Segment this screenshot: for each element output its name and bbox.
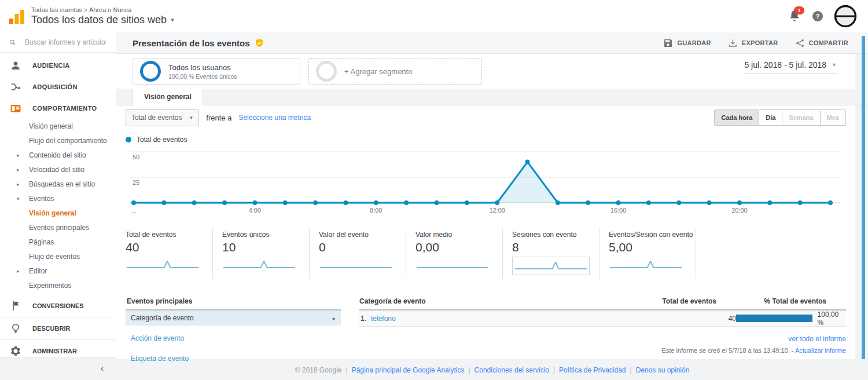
footer-link-privacy[interactable]: Política de Privacidad <box>559 366 626 374</box>
sidebar-item-vision-general[interactable]: Visión general <box>0 119 116 133</box>
line-chart-svg: 2550...4:008:0012:0016:0020:00 <box>126 145 843 220</box>
sidebar-item-label: DESCUBRIR <box>32 325 70 332</box>
list-item-etiqueta[interactable]: Etiqueta de evento <box>126 351 341 366</box>
sidebar-item-flujo-eventos[interactable]: Flujo de eventos <box>0 249 116 264</box>
refresh-report-link[interactable]: Actualizar informe <box>795 347 846 354</box>
breadcrumb-account[interactable]: Todas las cuentas <box>31 6 82 13</box>
sidebar-subitem-label: Flujo de eventos <box>29 253 80 261</box>
lightbulb-icon <box>10 323 21 334</box>
scorecard-label: Sesiones con evento <box>512 231 599 239</box>
scorecard-sesiones-con-evento[interactable]: Sesiones con evento 8 <box>512 228 599 279</box>
scorecard-total-eventos[interactable]: Total de eventos 40 <box>126 228 213 279</box>
sidebar-item-busquedas-sitio[interactable]: ▸Búsquedas en el sitio <box>0 177 116 191</box>
list-item-label: Acción de evento <box>131 334 184 342</box>
notifications-button[interactable]: 1 <box>788 9 802 23</box>
sidebar-item-audiencia[interactable]: AUDIENCIA <box>0 54 116 76</box>
sidebar-item-paginas[interactable]: Páginas <box>0 235 116 249</box>
legend-label: Total de eventos <box>137 136 187 144</box>
footer-link-home[interactable]: Página principal de Google Analytics <box>352 366 465 374</box>
search-input[interactable] <box>24 38 107 47</box>
sidebar-item-conversiones[interactable]: CONVERSIONES <box>0 295 116 317</box>
granularity-hour-button[interactable]: Cada hora <box>714 109 759 126</box>
svg-text:...: ... <box>131 207 136 214</box>
breadcrumb-property[interactable]: Ahora o Nunca <box>89 6 131 13</box>
sidebar-item-eventos-principales[interactable]: Eventos principales <box>0 220 116 235</box>
sidebar-item-administrar[interactable]: ADMINISTRAR <box>0 340 116 357</box>
sidebar-item-descubrir[interactable]: DESCUBRIR <box>0 317 116 340</box>
date-range-selector[interactable]: 5 jul. 2018 - 5 jul. 2018 ▼ <box>744 60 837 74</box>
sidebar-item-eventos-vision-general[interactable]: Visión general <box>0 206 116 220</box>
event-category-link[interactable]: telefono <box>371 315 396 323</box>
tab-label: Visión general <box>144 93 192 101</box>
segment-all-users[interactable]: Todos los usuarios 100,00 % Eventos únic… <box>133 58 300 85</box>
add-segment-button[interactable]: + Agregar segmento <box>308 58 482 85</box>
scorecard-eventos-unicos[interactable]: Eventos únicos 10 <box>222 228 310 279</box>
scorecard-value: 40 <box>126 240 212 254</box>
sidebar-collapse-button[interactable]: ‹ <box>0 357 116 380</box>
expand-icon: ▸ <box>17 152 20 158</box>
sidebar-item-experimentos[interactable]: Experimentos <box>0 278 116 293</box>
property-selector[interactable]: Todos los datos de sitios web ▾ <box>31 14 174 26</box>
line-chart[interactable]: 2550...4:008:0012:0016:0020:00 <box>126 145 846 222</box>
row-total: 40 <box>672 315 736 323</box>
metric-dropdown[interactable]: Total de eventos ▼ <box>126 109 199 126</box>
scorecard-label: Eventos/Sesión con evento <box>609 231 696 239</box>
list-item-categoria[interactable]: Categoría de evento ▸ <box>126 310 341 326</box>
table-row: 1. telefono 40 100,00 % <box>359 310 846 327</box>
scorecard-value: 5,00 <box>609 240 696 254</box>
scorecard-valor-medio[interactable]: Valor medio 0,00 <box>415 228 503 279</box>
report-title-wrap: Presentación de los eventos <box>133 38 264 48</box>
report-created-note: Este informe se creó el 5/7/18 a las 13:… <box>661 347 846 354</box>
avatar[interactable] <box>833 4 858 28</box>
top-events-list: Eventos principales Categoría de evento … <box>126 297 341 366</box>
sidebar-item-comportamiento[interactable]: COMPORTAMIENTO <box>0 97 116 119</box>
scorecard-label: Valor medio <box>415 231 502 239</box>
view-full-report-link[interactable]: ver todo el informe <box>789 335 846 343</box>
sidebar-item-velocidad-sitio[interactable]: ▸Velocidad del sitio <box>0 162 116 177</box>
save-label: GUARDAR <box>677 39 711 46</box>
sidebar-item-label: ADMINISTRAR <box>32 348 77 355</box>
svg-text:8:00: 8:00 <box>370 207 382 214</box>
property-title: Todos los datos de sitios web <box>31 14 167 26</box>
list-item-accion[interactable]: Acción de evento <box>126 331 341 346</box>
report-actions: GUARDAR EXPORTAR COMPARTIR <box>664 39 848 48</box>
scorecard-valor-evento[interactable]: Valor del evento 0 <box>319 228 406 279</box>
scorecard-eventos-sesion[interactable]: Eventos/Sesión con evento 5,00 <box>609 228 696 279</box>
sidebar-item-flujo-comportamiento[interactable]: Flujo del comportamiento <box>0 133 116 148</box>
col-total-header: Total de eventos <box>653 297 716 305</box>
google-analytics-app: Todas las cuentas>Ahora o Nunca Todos lo… <box>0 0 868 380</box>
sidebar-subitem-label: Velocidad del sitio <box>29 166 84 174</box>
help-button[interactable]: ? <box>812 11 823 21</box>
select-metric-link[interactable]: Seleccione una métrica <box>238 114 311 122</box>
table-header: Categoría de evento Total de eventos % T… <box>359 297 846 310</box>
google-analytics-logo-icon <box>8 8 25 25</box>
gear-icon <box>10 345 21 357</box>
sidebar-item-adquisicion[interactable]: ADQUISICIÓN <box>0 76 116 97</box>
save-button[interactable]: GUARDAR <box>664 39 711 48</box>
share-button[interactable]: COMPARTIR <box>796 39 849 48</box>
vs-label: frente a <box>206 114 231 122</box>
granularity-buttons: Cada hora Día Semana Mes <box>714 109 846 126</box>
sidebar-subitem-label: Visión general <box>29 209 76 217</box>
segment-donut-icon <box>140 61 161 82</box>
acquisition-icon <box>10 81 21 93</box>
svg-text:20:00: 20:00 <box>731 207 748 214</box>
granularity-week-button: Semana <box>782 109 820 126</box>
footer-link-terms[interactable]: Condiciones del servicio <box>475 366 549 374</box>
export-button[interactable]: EXPORTAR <box>729 39 778 48</box>
sparkline <box>609 257 683 273</box>
granularity-day-button[interactable]: Día <box>759 109 782 126</box>
footer-link-feedback[interactable]: Denos su opinión <box>636 366 690 374</box>
legend-dot-icon <box>126 137 131 142</box>
sidebar-subitem-label: Eventos principales <box>29 224 89 232</box>
sidebar-item-editor[interactable]: ▸Editor <box>0 264 116 278</box>
scrollbar[interactable] <box>862 36 865 359</box>
sidebar-item-eventos[interactable]: ▾Eventos <box>0 191 116 206</box>
sidebar-item-contenido-sitio[interactable]: ▸Contenido del sitio <box>0 148 116 162</box>
tab-vision-general[interactable]: Visión general <box>133 88 203 105</box>
behavior-icon <box>10 103 21 114</box>
save-icon <box>664 39 672 48</box>
svg-text:16:00: 16:00 <box>610 207 627 214</box>
segment-title: Todos los usuarios <box>168 63 237 72</box>
breadcrumb[interactable]: Todas las cuentas>Ahora o Nunca <box>31 6 174 14</box>
